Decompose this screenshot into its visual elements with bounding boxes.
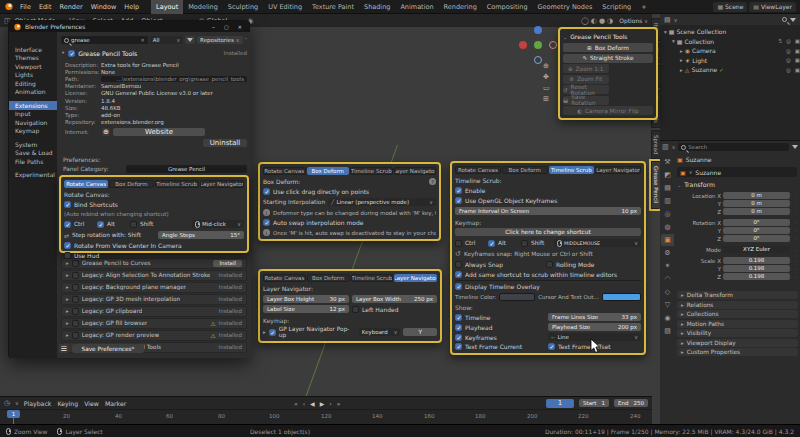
opengl-checkbox[interactable]	[455, 197, 462, 204]
property-section-header[interactable]: ▸Viewport Display	[677, 339, 798, 347]
workspace-tab[interactable]: Texture Paint	[307, 0, 359, 14]
topbar-menu-item[interactable]: Edit	[35, 3, 56, 11]
transport-button[interactable]: ‹	[301, 400, 307, 407]
properties-tab-icon[interactable]: ◩	[661, 169, 674, 181]
breadcrumb-object[interactable]: Suzanne	[686, 156, 712, 163]
transport-button[interactable]: »	[335, 400, 343, 407]
camera-view-icon[interactable]: ▭	[543, 84, 550, 92]
addon-checkbox[interactable]	[72, 272, 79, 279]
rolling-checkbox[interactable]	[546, 261, 553, 268]
workspace-tab[interactable]: Animation	[395, 0, 438, 14]
transform-row-value[interactable]: 0°	[723, 235, 790, 242]
expand-icon[interactable]: ▸	[263, 329, 266, 335]
bind-shortcuts-checkbox[interactable]	[64, 201, 71, 208]
hide-viewport-icon[interactable]: ◎	[786, 67, 791, 73]
help-button[interactable]: ?	[429, 178, 436, 185]
addon-action[interactable]: Installed	[219, 296, 242, 302]
transform-row-value[interactable]: 0 m	[723, 200, 790, 207]
tool-tab[interactable]: Rotate Canvas	[64, 180, 108, 188]
text-offset-checkbox[interactable]	[548, 343, 555, 350]
gizmo-y-axis[interactable]	[534, 41, 542, 49]
topbar-menu-item[interactable]: Help	[120, 3, 143, 11]
tool-tab[interactable]: Box Deform	[502, 166, 548, 174]
close-button[interactable]: ✕	[235, 24, 245, 30]
expand-icon[interactable]: ▸	[66, 284, 69, 290]
overlay-checkbox[interactable]	[455, 283, 462, 290]
addon-checkbox[interactable]	[72, 296, 79, 303]
label-size-slider[interactable]: Label Size12 px	[263, 305, 349, 313]
properties-tab-icon[interactable]: ◇	[661, 286, 674, 298]
gizmo-z-axis[interactable]	[534, 26, 542, 34]
properties-tab-icon[interactable]: ⚙	[661, 247, 674, 259]
tool-tab[interactable]: Timeline Scrub	[549, 166, 595, 174]
change-shortcut-button[interactable]: Click here to change shortcut	[455, 228, 641, 236]
outliner-row[interactable]: ▾▦Scene Collection	[660, 27, 800, 37]
maximize-button[interactable]: ▢	[221, 24, 232, 30]
transport-button[interactable]: ▶	[318, 400, 327, 407]
tool-tab[interactable]: Box Deform	[307, 167, 350, 175]
timeline-menu-item[interactable]: Playback	[24, 400, 52, 407]
gizmo-z-neg-axis[interactable]	[534, 56, 542, 64]
gp-tools-header[interactable]: ⌄ Grease Pencil Tools	[563, 32, 653, 41]
show-timeline-checkbox[interactable]	[455, 314, 462, 321]
transform-row-value[interactable]: 0.198	[723, 273, 790, 280]
panel-category-field[interactable]: Grease Pencil	[126, 165, 247, 173]
use-hud-checkbox[interactable]	[64, 252, 71, 259]
properties-filter-icon[interactable]	[792, 145, 798, 149]
addon-action[interactable]: Installed	[219, 284, 242, 290]
transport-button[interactable]: ›	[327, 400, 333, 407]
clear-search-icon[interactable]: ✕	[140, 37, 144, 43]
uninstall-button[interactable]: Uninstall	[203, 139, 247, 147]
property-section-header[interactable]: ▸Motion Paths	[677, 320, 798, 328]
topbar-menu-item[interactable]: File	[16, 3, 35, 11]
gp-tool-button[interactable]: ↺Reset Rotation	[563, 85, 609, 94]
extension-enabled-checkbox[interactable]	[68, 50, 75, 57]
left-handed-checkbox[interactable]	[352, 306, 359, 313]
addon-row[interactable]: ▸Grease Pencil to CurvesInstall	[61, 258, 247, 269]
zoom-icon[interactable]: ⊕	[543, 62, 550, 70]
tool-tab[interactable]: Layer Navigator	[394, 167, 437, 175]
collapse-icon[interactable]: ⌄	[563, 34, 567, 40]
grid-toggle-icon[interactable]: ⊞	[543, 95, 550, 103]
shift-checkbox[interactable]	[521, 240, 528, 247]
transform-row-value[interactable]: XYZ Euler	[723, 246, 790, 253]
prefs-sidebar-item[interactable]: Interface	[9, 45, 57, 54]
use-click-checkbox[interactable]	[263, 188, 270, 195]
save-preferences-button[interactable]: Save Preferences*	[72, 344, 144, 353]
addon-action[interactable]: Installed	[219, 344, 242, 350]
prefs-sidebar-item[interactable]: File Paths	[9, 157, 57, 166]
addon-row[interactable]: ▸Legacy: GP render preview⚠Installed	[61, 330, 247, 341]
prefs-sidebar-item[interactable]: Editing	[9, 79, 57, 88]
hide-viewport-icon[interactable]: ◎	[786, 57, 791, 63]
disable-render-icon[interactable]: ▣	[795, 48, 800, 54]
addon-action[interactable]: Installed	[219, 308, 242, 314]
properties-tab-icon[interactable]: ⚒	[661, 156, 674, 168]
cursor-color-swatch[interactable]	[602, 293, 641, 301]
preferences-titlebar[interactable]: Blender Preferences – ▢ ✕	[9, 21, 249, 32]
workspace-tab[interactable]: Compositing	[482, 0, 533, 14]
transform-row-value[interactable]: 0.198	[723, 265, 790, 272]
outliner-row[interactable]: ▸☀Light◎▣	[660, 56, 800, 66]
expand-icon[interactable]: ▸	[66, 272, 69, 278]
expand-icon[interactable]: ▸	[66, 296, 69, 302]
gp-tool-button[interactable]: ⬓Save Rotation	[563, 96, 609, 105]
interpolation-dropdown[interactable]: ╱Linear (perspective mode)∨	[328, 198, 436, 206]
expand-icon[interactable]: ▸	[680, 67, 683, 73]
prefs-sidebar-item[interactable]: System	[9, 140, 57, 149]
pan-icon[interactable]: ✥	[543, 73, 550, 81]
shift-checkbox[interactable]	[130, 221, 137, 228]
property-section-header[interactable]: ▸Relations	[677, 301, 798, 309]
property-section-header[interactable]: ▸Collections	[677, 310, 798, 318]
ctrl-checkbox[interactable]	[455, 240, 462, 247]
tool-tab[interactable]: Box Deform	[307, 274, 350, 282]
animate-dot-icon[interactable]: ·	[792, 274, 798, 280]
alt-checkbox[interactable]	[97, 221, 104, 228]
workspace-tab[interactable]: Modeling	[183, 0, 223, 14]
timeline-color-swatch[interactable]	[499, 293, 535, 301]
ctrl-checkbox[interactable]	[64, 221, 71, 228]
tool-tab[interactable]: Box Deform	[109, 180, 153, 188]
transform-row-value[interactable]: 0°	[723, 219, 790, 226]
property-section-header[interactable]: ▸Custom Properties	[677, 348, 798, 356]
addon-row[interactable]: ▸Legacy: GP clipboardInstalled	[61, 306, 247, 317]
addon-action[interactable]: Installed	[219, 272, 242, 278]
